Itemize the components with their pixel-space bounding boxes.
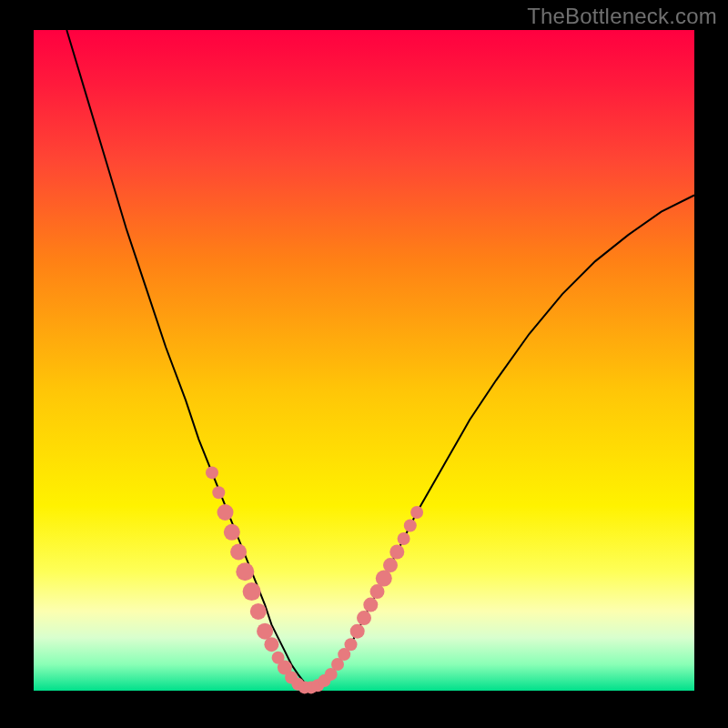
data-marker: [257, 623, 273, 640]
data-marker: [389, 545, 404, 560]
data-marker: [376, 571, 392, 587]
data-marker: [212, 486, 225, 499]
data-marker: [383, 558, 398, 572]
data-marker: [243, 582, 261, 601]
data-marker: [357, 611, 371, 625]
data-marker: [236, 562, 254, 581]
data-marker: [370, 584, 385, 599]
data-marker: [230, 544, 247, 561]
data-marker: [410, 506, 423, 519]
data-marker: [350, 624, 365, 639]
data-marker: [264, 637, 278, 652]
data-marker: [404, 520, 417, 532]
bottleneck-curve-plot: [0, 0, 728, 728]
data-marker: [363, 598, 378, 612]
data-marker: [398, 532, 410, 545]
data-marker: [250, 603, 267, 620]
chart-frame: TheBottleneck.com: [0, 0, 728, 728]
data-marker: [345, 638, 358, 651]
data-marker: [224, 524, 240, 541]
data-marker: [206, 466, 218, 479]
plot-area: [34, 30, 694, 691]
data-marker: [217, 504, 234, 521]
